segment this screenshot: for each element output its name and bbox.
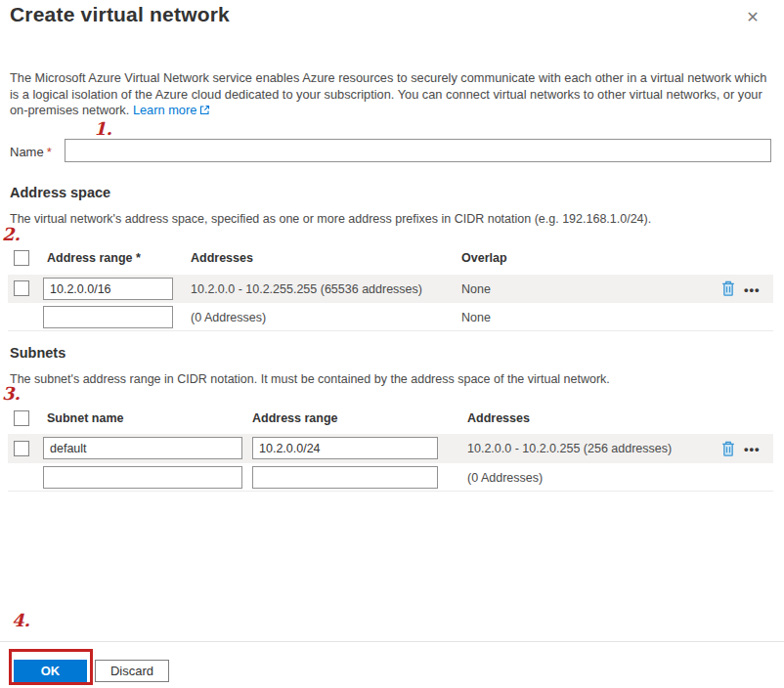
- subnet-name-input[interactable]: [43, 437, 242, 459]
- page-title: Create virtual network: [10, 3, 230, 26]
- learn-more-link[interactable]: Learn more: [133, 103, 196, 117]
- annotation-step-4: 4.: [12, 610, 30, 630]
- annotation-step-3: 3.: [2, 383, 21, 404]
- subnets-description: The subnet's address range in CIDR notat…: [10, 372, 772, 386]
- address-space-select-all-checkbox[interactable]: [14, 250, 29, 266]
- description-text: The Microsoft Azure Virtual Network serv…: [10, 70, 766, 117]
- col-addresses: Addresses: [191, 251, 253, 265]
- discard-button[interactable]: Discard: [95, 660, 169, 682]
- addresses-value: (0 Addresses): [191, 311, 266, 324]
- address-range-input-empty[interactable]: [43, 306, 173, 328]
- col-address-range: Address range *: [47, 251, 141, 265]
- annotation-step-1: 1.: [94, 118, 112, 139]
- col-subnet-addresses: Addresses: [467, 411, 530, 425]
- name-input[interactable]: [65, 139, 771, 162]
- subnet-addresses-value: 10.2.0.0 - 10.2.0.255 (256 addresses): [467, 442, 672, 455]
- close-icon[interactable]: ✕: [741, 5, 764, 28]
- overlap-value: None: [461, 282, 491, 296]
- col-subnet-name: Subnet name: [47, 411, 124, 425]
- address-range-input[interactable]: [43, 278, 173, 300]
- annotation-step-2: 2.: [2, 224, 21, 244]
- address-row-checkbox[interactable]: [14, 280, 29, 296]
- address-space-heading: Address space: [10, 185, 110, 200]
- delete-row-icon[interactable]: [721, 280, 735, 296]
- subnet-row-checkbox[interactable]: [14, 441, 29, 456]
- name-label: Name*: [10, 145, 52, 159]
- subnets-select-all-checkbox[interactable]: [14, 410, 29, 426]
- ok-button[interactable]: OK: [14, 660, 87, 682]
- create-virtual-network-panel: Create virtual network ✕ The Microsoft A…: [0, 0, 784, 688]
- row-more-menu-icon[interactable]: •••: [744, 442, 761, 456]
- subnets-heading: Subnets: [10, 345, 65, 361]
- footer-divider: [0, 641, 784, 642]
- subnet-addresses-value: (0 Addresses): [467, 471, 543, 485]
- delete-row-icon[interactable]: [721, 441, 735, 456]
- subnet-address-range-input-empty[interactable]: [252, 466, 438, 489]
- required-asterisk: *: [47, 145, 52, 159]
- subnet-name-input-empty[interactable]: [43, 466, 242, 489]
- addresses-value: 10.2.0.0 - 10.2.255.255 (65536 addresses…: [191, 282, 422, 296]
- overlap-value: None: [461, 311, 491, 324]
- external-link-icon: [199, 104, 210, 120]
- row-more-menu-icon[interactable]: •••: [744, 282, 761, 297]
- col-subnet-address-range: Address range: [252, 411, 338, 425]
- subnet-address-range-input[interactable]: [252, 437, 438, 459]
- panel-description: The Microsoft Azure Virtual Network serv…: [10, 70, 772, 120]
- address-space-description: The virtual network's address space, spe…: [10, 212, 772, 226]
- col-overlap: Overlap: [461, 251, 507, 265]
